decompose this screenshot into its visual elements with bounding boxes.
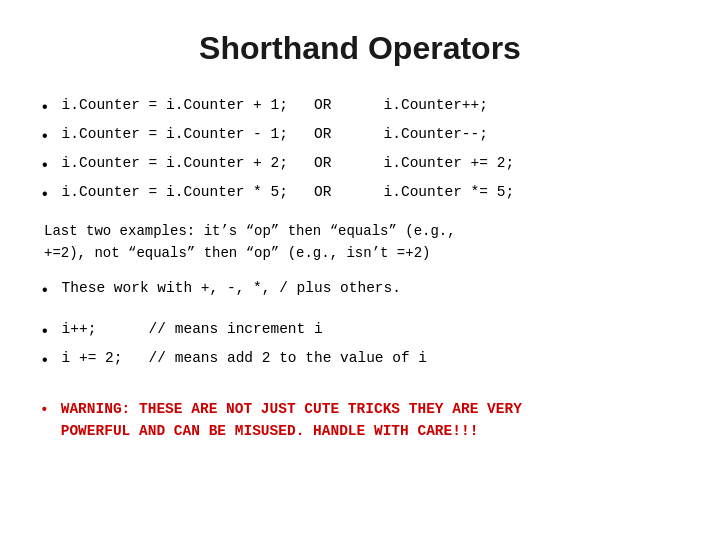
note-line-1: Last two examples: it’s “op” then “equal… <box>44 221 680 243</box>
these-text: These work with +, -, *, / plus others. <box>62 278 401 300</box>
inc-list: • i++; // means increment i • i += 2; //… <box>40 319 680 373</box>
inc-item: • i++; // means increment i <box>40 319 680 344</box>
slide-title: Shorthand Operators <box>40 30 680 67</box>
code-line-3: i.Counter = i.Counter + 2; OR i.Counter … <box>62 153 514 175</box>
bullet-icon: • <box>40 279 50 303</box>
bullet-icon: • <box>40 400 49 422</box>
warning-line-1: WARNING: THESE ARE NOT JUST CUTE TRICKS … <box>61 399 522 421</box>
list-item: • i.Counter = i.Counter * 5; OR i.Counte… <box>40 182 680 207</box>
code-line-4: i.Counter = i.Counter * 5; OR i.Counter … <box>62 182 514 204</box>
list-item: • i.Counter = i.Counter - 1; OR i.Counte… <box>40 124 680 149</box>
bullet-icon: • <box>40 96 50 120</box>
warning-block: • WARNING: THESE ARE NOT JUST CUTE TRICK… <box>40 399 680 443</box>
add-item: • i += 2; // means add 2 to the value of… <box>40 348 680 373</box>
note-line-2: +=2), not “equals” then “op” (e.g., isn’… <box>44 243 680 265</box>
warning-text-block: WARNING: THESE ARE NOT JUST CUTE TRICKS … <box>61 399 522 443</box>
bullet-icon: • <box>40 125 50 149</box>
add-text: i += 2; // means add 2 to the value of i <box>62 348 427 370</box>
warning-line-2: POWERFUL AND CAN BE MISUSED. HANDLE WITH… <box>61 421 522 443</box>
inc-text: i++; // means increment i <box>62 319 323 341</box>
these-list: • These work with +, -, *, / plus others… <box>40 278 680 303</box>
bullet-icon: • <box>40 183 50 207</box>
code-line-1: i.Counter = i.Counter + 1; OR i.Counter+… <box>62 95 506 117</box>
slide: Shorthand Operators • i.Counter = i.Coun… <box>0 0 720 540</box>
code-list: • i.Counter = i.Counter + 1; OR i.Counte… <box>40 95 680 207</box>
list-item: • i.Counter = i.Counter + 1; OR i.Counte… <box>40 95 680 120</box>
bullet-icon: • <box>40 320 50 344</box>
bullet-icon: • <box>40 154 50 178</box>
code-line-2: i.Counter = i.Counter - 1; OR i.Counter-… <box>62 124 506 146</box>
these-item: • These work with +, -, *, / plus others… <box>40 278 680 303</box>
note-block: Last two examples: it’s “op” then “equal… <box>40 221 680 264</box>
bullet-icon: • <box>40 349 50 373</box>
list-item: • i.Counter = i.Counter + 2; OR i.Counte… <box>40 153 680 178</box>
